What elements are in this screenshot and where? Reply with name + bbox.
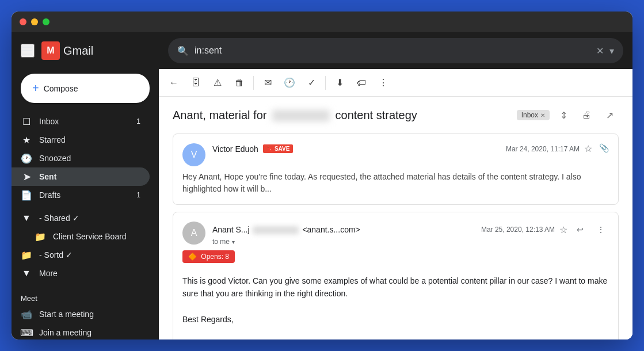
message-header-2: A Anant S...j <anant.s...com> Mar 25, 20… [182, 222, 609, 246]
sender-row-2: Anant S...j <anant.s...com> Mar 25, 2020… [212, 222, 609, 238]
keyboard-icon: ⌨ [21, 327, 32, 338]
avatar-victor: V [182, 143, 205, 166]
sent-icon: ➤ [21, 171, 32, 182]
compose-plus-icon: + [32, 82, 39, 95]
sidebar-item-client-service-board[interactable]: 📁 Client Service Board [12, 227, 150, 246]
star-button-2[interactable]: ☆ [559, 224, 567, 235]
compose-button[interactable]: + Compose [21, 74, 150, 103]
gmail-logo: M Gmail [41, 41, 93, 60]
email-content: Anant, material for content strategy Inb… [159, 97, 632, 339]
label-button[interactable]: 🏷 [351, 73, 372, 93]
message-date-1: Mar 24, 2020, 11:17 AM [506, 145, 580, 153]
sidebar-item-label: Inbox [39, 117, 59, 126]
meet-label: Meet [12, 292, 159, 305]
gmail-m-icon: M [41, 41, 60, 60]
email-message-2: A Anant S...j <anant.s...com> Mar 25, 20… [173, 212, 619, 339]
back-button[interactable]: ← [163, 73, 184, 93]
search-input[interactable] [195, 45, 590, 56]
meet-section: Meet 📹 Start a meeting ⌨ Join a meeting [12, 287, 159, 339]
save-icon: 🔖 [266, 146, 273, 152]
message-meta-1: Victor Eduoh 🔖 SAVE Mar 24, 2020, 11:17 … [212, 143, 592, 154]
sortd-icon: 📁 [21, 249, 32, 261]
starred-icon: ★ [21, 134, 32, 146]
email-message-1: V Victor Eduoh 🔖 SAVE Mar 24, 2020, 11:1… [173, 133, 619, 205]
close-button[interactable] [20, 18, 26, 25]
message-date-2: Mar 25, 2020, 12:13 AM [481, 226, 555, 234]
reply-button[interactable]: ↩ [572, 222, 588, 238]
compose-label: Compose [44, 84, 78, 93]
sender-name-1: Victor Eduoh [212, 144, 258, 154]
more-chevron-icon: ▼ [21, 268, 32, 279]
sidebar-item-inbox[interactable]: ☐ Inbox 1 [12, 112, 150, 131]
opens-badge: 🔶 Opens: 8 [182, 250, 609, 269]
mark-unread-button[interactable]: ✉ [257, 73, 278, 93]
task-button[interactable]: ✓ [301, 73, 322, 93]
to-chevron-icon[interactable]: ▾ [232, 239, 235, 245]
save-badge: 🔖 SAVE [263, 144, 294, 153]
titlebar [12, 12, 632, 32]
sidebar-item-label: Sent [39, 172, 56, 181]
sidebar-item-sent[interactable]: ➤ Sent [12, 167, 150, 186]
spam-button[interactable]: ⚠ [207, 73, 228, 93]
message-meta-2: Anant S...j <anant.s...com> Mar 25, 2020… [212, 222, 609, 246]
sidebar-item-start-meeting[interactable]: 📹 Start a meeting [12, 305, 150, 323]
sidebar-item-label: - Sortd ✓ [39, 250, 73, 260]
sidebar-item-label: Client Service Board [53, 232, 127, 241]
maximize-button[interactable] [43, 18, 49, 25]
remove-inbox-label[interactable]: ✕ [540, 112, 545, 119]
sidebar-item-sortd[interactable]: 📁 - Sortd ✓ [12, 246, 150, 264]
more-actions-button[interactable]: ⋮ [373, 73, 394, 93]
main-content: 🔍 ✕ ▾ ← 🗄 ⚠ 🗑 ✉ 🕐 ✓ ⬇ 🏷 ⋮ [159, 32, 632, 339]
sidebar-item-label: Snoozed [39, 154, 71, 163]
hubspot-icon: 🔶 [188, 253, 197, 261]
email-subject: Anant, material for content strategy [173, 109, 512, 122]
message-header-1: V Victor Eduoh 🔖 SAVE Mar 24, 2020, 11:1… [182, 143, 609, 166]
sidebar-item-more[interactable]: ▼ More [12, 264, 150, 283]
subject-blurred [272, 110, 330, 121]
expand-button[interactable]: ⇕ [554, 106, 573, 124]
app-body: M Gmail + Compose ☐ Inbox 1 ★ Starred 🕐 [12, 32, 632, 339]
search-icon: 🔍 [177, 45, 189, 56]
sidebar-item-join-meeting[interactable]: ⌨ Join a meeting [12, 323, 150, 339]
snoozed-icon: 🕐 [21, 152, 32, 164]
subfolder-icon: 📁 [35, 231, 46, 242]
inbox-badge: Inbox ✕ [517, 110, 550, 120]
sender-email-blurred [253, 226, 299, 234]
app-window: M Gmail + Compose ☐ Inbox 1 ★ Starred 🕐 [12, 12, 632, 339]
minimize-button[interactable] [31, 18, 38, 25]
sidebar-item-snoozed[interactable]: 🕐 Snoozed [12, 149, 150, 167]
video-icon: 📹 [21, 308, 32, 320]
sidebar-item-shared[interactable]: ▼ - Shared ✓ [12, 209, 150, 227]
hamburger-line [22, 54, 32, 55]
inbox-badge: 1 [136, 117, 140, 125]
toolbar-divider-2 [325, 76, 326, 90]
opens-count-badge: 🔶 Opens: 8 [182, 250, 235, 263]
search-options-icon[interactable]: ▾ [609, 45, 614, 56]
attachment-icon-1: 📎 [599, 143, 609, 152]
drafts-badge: 1 [136, 191, 140, 199]
sidebar-item-label: Start a meeting [39, 310, 94, 319]
open-new-window-button[interactable]: ↗ [600, 106, 619, 124]
subject-actions: ⇕ 🖨 ↗ [554, 106, 619, 124]
gmail-text: Gmail [63, 44, 93, 58]
search-bar-row: 🔍 ✕ ▾ [159, 32, 632, 69]
snooze-button[interactable]: 🕐 [279, 73, 300, 93]
sender-name-2: Anant S...j <anant.s...com> [212, 225, 360, 234]
print-button[interactable]: 🖨 [577, 106, 596, 124]
sidebar-item-label: Drafts [39, 190, 60, 200]
delete-button[interactable]: 🗑 [229, 73, 250, 93]
drafts-icon: 📄 [21, 189, 32, 201]
email-subject-row: Anant, material for content strategy Inb… [173, 106, 619, 124]
inbox-icon: ☐ [21, 116, 32, 127]
sidebar-item-label: Join a meeting [39, 328, 92, 337]
search-clear-button[interactable]: ✕ [596, 45, 604, 56]
hamburger-button[interactable] [21, 44, 35, 58]
star-button-1[interactable]: ☆ [584, 143, 592, 154]
sidebar-item-drafts[interactable]: 📄 Drafts 1 [12, 186, 150, 204]
more-message-button[interactable]: ⋮ [593, 222, 609, 238]
message-body-2: This is good Victor. Can you give some e… [182, 274, 609, 339]
hamburger-line [22, 50, 32, 51]
archive-button[interactable]: 🗄 [185, 73, 206, 93]
move-button[interactable]: ⬇ [329, 73, 350, 93]
sidebar-item-starred[interactable]: ★ Starred [12, 131, 150, 149]
